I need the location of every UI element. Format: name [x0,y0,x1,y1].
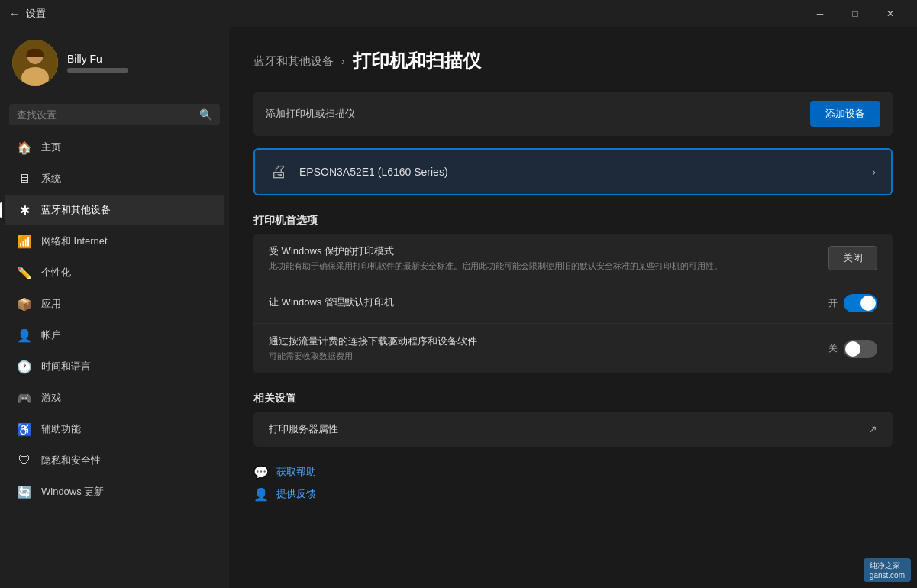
toggle-off-label: 关 [828,342,838,355]
download-driver-toggle[interactable] [844,340,877,358]
home-icon: 🏠 [17,140,32,155]
sidebar-item-time[interactable]: 🕐 时间和语言 [5,351,224,382]
sidebar-item-label: 应用 [41,297,61,311]
printer-preferences-section: 打印机首选项 受 Windows 保护的打印模式 此功能有助于确保采用打印机软件… [253,214,893,373]
title-bar: ← 设置 ─ □ ✕ [0,0,917,27]
sidebar-item-label: 帐户 [41,328,61,342]
sidebar-nav: 🏠 主页 🖥 系统 ✱ 蓝牙和其他设备 📶 网络和 Internet ✏️ 个性… [0,131,229,508]
sidebar-item-label: 网络和 Internet [41,234,108,248]
breadcrumb: 蓝牙和其他设备 › 打印机和扫描仪 [253,49,893,73]
setting-desc-download: 可能需要收取数据费用 [269,351,813,362]
user-profile[interactable]: Billy Fu [0,27,229,98]
feedback-link[interactable]: 👤 提供反馈 [253,487,893,502]
bluetooth-icon: ✱ [17,202,32,218]
settings-group: 受 Windows 保护的打印模式 此功能有助于确保采用打印机软件的最新安全标准… [253,234,893,373]
sidebar-item-update[interactable]: 🔄 Windows 更新 [5,477,224,507]
close-button[interactable]: ✕ [873,0,908,27]
setting-label-download: 通过按流量计费的连接下载驱动程序和设备软件 [269,334,813,348]
window-controls: ─ □ ✕ [802,0,908,27]
sidebar-item-label: 主页 [41,141,61,154]
back-button[interactable]: ← [9,8,20,20]
sidebar-item-label: 时间和语言 [41,360,91,373]
breadcrumb-parent[interactable]: 蓝牙和其他设备 [253,54,334,69]
main-content: 蓝牙和其他设备 › 打印机和扫描仪 添加打印机或扫描仪 添加设备 🖨 EPSON… [229,27,917,588]
setting-row-download-driver: 通过按流量计费的连接下载驱动程序和设备软件 可能需要收取数据费用 关 [253,324,893,373]
toggle-on-label: 开 [828,297,838,310]
help-label: 获取帮助 [276,465,316,479]
network-icon: 📶 [17,234,32,249]
watermark: 纯净之家ganst.com [864,558,911,582]
maximize-button[interactable]: □ [838,0,873,27]
printer-name: EPSON3A52E1 (L6160 Series) [299,166,860,178]
chevron-right-icon: › [872,166,876,178]
sidebar-item-label: Windows 更新 [41,485,104,499]
minimize-button[interactable]: ─ [802,0,838,27]
sidebar-item-personalization[interactable]: ✏️ 个性化 [5,257,224,288]
accessibility-icon: ♿ [17,422,32,437]
printer-item[interactable]: 🖨 EPSON3A52E1 (L6160 Series) › [253,148,893,195]
update-icon: 🔄 [17,484,32,499]
add-printer-row: 添加打印机或扫描仪 添加设备 [253,92,893,136]
printer-icon: 🖨 [270,162,287,182]
window-title: 设置 [26,7,46,21]
sidebar-item-privacy[interactable]: 🛡 隐私和安全性 [5,445,224,476]
sidebar-item-bluetooth[interactable]: ✱ 蓝牙和其他设备 [5,195,224,225]
setting-row-manage-default: 让 Windows 管理默认打印机 开 [253,283,893,324]
breadcrumb-separator: › [341,55,345,67]
sidebar-item-label: 游戏 [41,391,61,405]
setting-label-manage: 让 Windows 管理默认打印机 [269,296,813,309]
sidebar-item-apps[interactable]: 📦 应用 [5,289,224,319]
external-link-icon: ↗ [868,423,877,435]
avatar [12,40,58,86]
sidebar-item-label: 隐私和安全性 [41,454,101,467]
sidebar-item-gaming[interactable]: 🎮 游戏 [5,383,224,413]
help-icon: 💬 [253,465,269,480]
user-info: Billy Fu [67,53,128,73]
sidebar-item-label: 辅助功能 [41,422,81,436]
related-settings-title: 相关设置 [253,392,893,405]
sidebar-item-label: 个性化 [41,266,71,279]
sidebar-item-label: 蓝牙和其他设备 [41,203,111,217]
sidebar-item-home[interactable]: 🏠 主页 [5,132,224,163]
user-name: Billy Fu [67,53,128,65]
related-settings-group: 打印服务器属性 ↗ [253,412,893,447]
search-icon: 🔍 [199,108,212,121]
feedback-label: 提供反馈 [276,487,316,501]
download-driver-toggle-wrap: 关 [828,340,877,358]
related-label-print-server: 打印服务器属性 [269,422,338,436]
printer-preferences-title: 打印机首选项 [253,214,893,228]
gaming-icon: 🎮 [17,390,32,405]
user-status-bar [67,68,128,73]
accounts-icon: 👤 [17,328,32,343]
sidebar-item-network[interactable]: 📶 网络和 Internet [5,226,224,257]
help-link[interactable]: 💬 获取帮助 [253,465,893,480]
sidebar-item-accessibility[interactable]: ♿ 辅助功能 [5,414,224,444]
bottom-links: 💬 获取帮助 👤 提供反馈 [253,465,893,502]
sidebar-item-label: 系统 [41,172,61,186]
search-input[interactable] [17,109,193,121]
personalization-icon: ✏️ [17,265,32,280]
search-box[interactable]: 🔍 [9,104,220,125]
manage-default-toggle[interactable] [844,294,877,312]
privacy-icon: 🛡 [17,453,32,468]
page-title: 打印机和扫描仪 [353,49,481,73]
sidebar-item-accounts[interactable]: 👤 帐户 [5,320,224,351]
sidebar-item-system[interactable]: 🖥 系统 [5,163,224,194]
add-printer-label: 添加打印机或扫描仪 [266,107,355,121]
manage-default-toggle-wrap: 开 [828,294,877,312]
related-settings-section: 相关设置 打印服务器属性 ↗ [253,392,893,447]
feedback-icon: 👤 [253,487,269,502]
setting-desc-protected: 此功能有助于确保采用打印机软件的最新安全标准。启用此功能可能会限制使用旧的默认安… [269,260,813,272]
apps-icon: 📦 [17,296,32,312]
time-icon: 🕐 [17,359,32,374]
protected-mode-button[interactable]: 关闭 [828,246,877,270]
system-icon: 🖥 [17,171,32,186]
related-row-print-server[interactable]: 打印服务器属性 ↗ [253,412,893,447]
sidebar: Billy Fu 🔍 🏠 主页 🖥 系统 ✱ 蓝牙和其他设备 [0,27,229,588]
add-device-button[interactable]: 添加设备 [810,101,880,127]
setting-row-protected-mode: 受 Windows 保护的打印模式 此功能有助于确保采用打印机软件的最新安全标准… [253,234,893,283]
setting-label-protected: 受 Windows 保护的打印模式 [269,244,813,258]
